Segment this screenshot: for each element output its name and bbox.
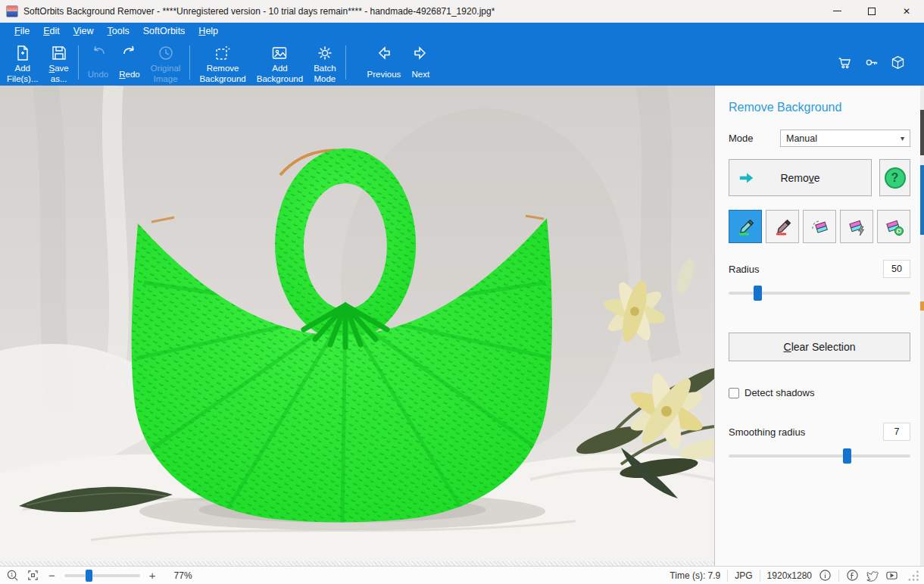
- smoothing-slider-track: [729, 454, 910, 458]
- next-arrow-icon: [411, 44, 429, 62]
- smoothing-radius-label: Smoothing radius: [729, 426, 805, 438]
- app-window: SoftOrbits Background Remover - ****Unre…: [0, 0, 924, 584]
- previous-button[interactable]: Previous: [362, 41, 407, 84]
- question-icon: ?: [885, 167, 906, 189]
- magic-eraser-tool[interactable]: [840, 210, 873, 243]
- maximize-button[interactable]: [854, 0, 889, 23]
- smoothing-slider[interactable]: [729, 448, 910, 464]
- youtube-icon[interactable]: [885, 569, 898, 582]
- restore-eraser-icon: [882, 215, 905, 238]
- remove-marker-tool[interactable]: [766, 210, 799, 243]
- radius-label: Radius: [729, 264, 759, 275]
- zoom-out-button[interactable]: −: [47, 569, 57, 582]
- next-button[interactable]: Next: [406, 41, 435, 84]
- zoom-percent: 77%: [174, 570, 192, 581]
- eraser-tool[interactable]: [803, 210, 836, 243]
- zoom-slider[interactable]: [64, 570, 140, 582]
- remove-background-button[interactable]: RemoveBackground: [194, 41, 251, 84]
- remove-background-panel: Remove Background Mode Manual ▾ Remove ?: [714, 86, 924, 566]
- app-logo-icon: [6, 5, 18, 17]
- zoom-slider-thumb[interactable]: [86, 570, 92, 582]
- save-icon: [50, 44, 68, 62]
- minimize-icon: [833, 11, 841, 11]
- menu-help[interactable]: Help: [192, 23, 225, 39]
- clear-selection-button[interactable]: Clear Selection: [729, 333, 910, 361]
- redo-icon: [120, 44, 139, 62]
- toolbar-separator: [189, 45, 190, 80]
- image-canvas[interactable]: [0, 86, 714, 566]
- key-icon[interactable]: [863, 55, 879, 70]
- mode-label: Mode: [729, 133, 780, 144]
- separator: [727, 570, 728, 582]
- add-background-icon: [270, 44, 289, 62]
- mode-dropdown[interactable]: Manual ▾: [780, 130, 910, 147]
- help-button[interactable]: ?: [879, 159, 910, 196]
- toolbar-separator: [345, 45, 346, 80]
- twitter-icon[interactable]: [866, 569, 879, 582]
- menu-edit[interactable]: Edit: [36, 23, 67, 39]
- scroll-segment-orange: [920, 301, 924, 311]
- info-icon[interactable]: [819, 569, 832, 582]
- gear-icon: [316, 44, 334, 62]
- fit-to-window-icon[interactable]: [27, 569, 39, 582]
- save-as-button[interactable]: Save as...: [44, 41, 74, 84]
- zoom-in-button[interactable]: +: [148, 569, 158, 582]
- smoothing-radius-value[interactable]: 7: [883, 423, 910, 441]
- detect-shadows-label: Detect shadows: [745, 387, 815, 398]
- window-title: SoftOrbits Background Remover - ****Unre…: [23, 6, 495, 17]
- close-button[interactable]: ✕: [889, 0, 924, 23]
- add-background-button[interactable]: AddBackground: [251, 41, 308, 84]
- status-bar: 1 − + 77% Time (s): 7.9 JPG 1920x1280: [0, 566, 924, 584]
- keep-marker-tool[interactable]: [729, 210, 762, 243]
- menu-file[interactable]: File: [8, 23, 36, 39]
- green-marker-icon: [734, 215, 757, 238]
- scroll-thumb[interactable]: [920, 165, 924, 235]
- run-arrow-icon: [738, 172, 755, 184]
- image-dimensions: 1920x1280: [767, 570, 812, 581]
- radius-value[interactable]: 50: [883, 260, 910, 278]
- remove-background-icon: [214, 44, 232, 62]
- zoom-slider-track: [64, 574, 140, 577]
- facebook-icon[interactable]: [846, 569, 859, 582]
- svg-text:1: 1: [11, 572, 14, 577]
- magic-eraser-icon: [845, 215, 868, 238]
- add-file-icon: [14, 44, 32, 62]
- resize-grip[interactable]: [907, 569, 919, 582]
- previous-arrow-icon: [375, 44, 393, 62]
- menu-view[interactable]: View: [67, 23, 101, 39]
- detect-shadows-checkbox[interactable]: [729, 388, 739, 398]
- chevron-down-icon: ▾: [901, 134, 904, 142]
- panel-title: Remove Background: [729, 101, 910, 114]
- menu-softorbits[interactable]: SoftOrbits: [136, 23, 192, 39]
- radius-slider-thumb[interactable]: [754, 286, 762, 301]
- processing-time: Time (s): 7.9: [670, 570, 720, 581]
- close-icon: ✕: [903, 6, 910, 17]
- maximize-icon: [868, 8, 876, 15]
- separator: [760, 570, 760, 582]
- remove-button[interactable]: Remove: [729, 159, 872, 196]
- batch-mode-button[interactable]: BatchMode: [308, 41, 341, 84]
- mode-value: Manual: [786, 133, 817, 144]
- smoothing-slider-thumb[interactable]: [843, 448, 851, 464]
- add-files-button[interactable]: AddFile(s)...: [2, 41, 44, 84]
- redo-button[interactable]: Redo: [114, 41, 145, 84]
- photo-image[interactable]: [0, 86, 714, 561]
- original-image-button: OriginalImage: [145, 41, 186, 84]
- file-format: JPG: [735, 570, 752, 581]
- actual-size-icon[interactable]: 1: [6, 569, 19, 582]
- package-icon[interactable]: [890, 55, 906, 70]
- toolbar-separator: [78, 45, 79, 80]
- undo-icon: [89, 44, 108, 62]
- scroll-segment-dark: [920, 110, 924, 155]
- radius-slider[interactable]: [729, 286, 910, 301]
- panel-scrollbar[interactable]: [920, 86, 924, 566]
- title-bar: SoftOrbits Background Remover - ****Unre…: [0, 0, 924, 23]
- minimize-button[interactable]: [819, 0, 854, 23]
- toolbar: AddFile(s)... Save as... Undo Redo: [0, 39, 924, 86]
- cart-icon[interactable]: [837, 55, 853, 70]
- restore-eraser-tool[interactable]: [877, 210, 910, 243]
- menu-tools[interactable]: Tools: [101, 23, 136, 39]
- eraser-icon: [808, 215, 831, 238]
- undo-button: Undo: [83, 41, 114, 84]
- history-icon: [157, 44, 175, 62]
